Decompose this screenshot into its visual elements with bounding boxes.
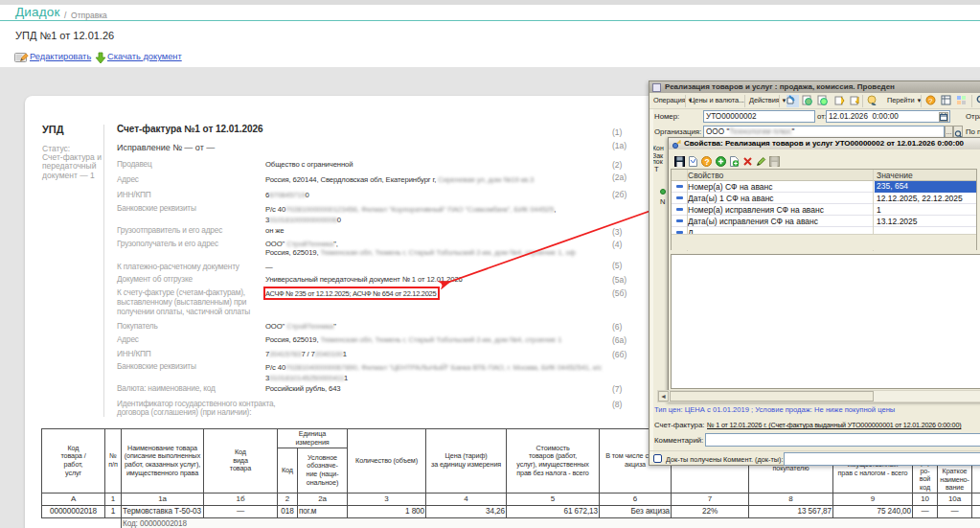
svg-text:?: ? xyxy=(704,157,709,167)
svg-text:?: ? xyxy=(928,97,933,105)
